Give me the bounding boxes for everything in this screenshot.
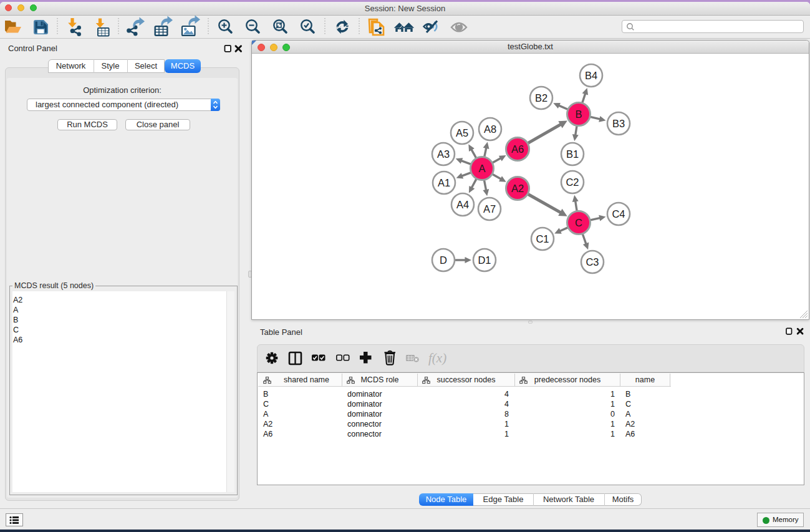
svg-text:D1: D1 — [478, 254, 491, 266]
svg-text:A8: A8 — [484, 123, 496, 135]
svg-text:A1: A1 — [438, 177, 450, 188]
svg-text:B: B — [575, 109, 582, 120]
svg-text:A: A — [478, 163, 485, 174]
svg-text:A5: A5 — [456, 127, 468, 138]
svg-text:f(x): f(x) — [428, 351, 446, 365]
svg-text:C1: C1 — [536, 233, 549, 244]
svg-text:C: C — [575, 217, 582, 228]
svg-text:A4: A4 — [456, 199, 469, 210]
svg-text:B1: B1 — [566, 148, 579, 160]
svg-text:A6: A6 — [511, 143, 524, 155]
svg-text:A3: A3 — [437, 148, 450, 160]
svg-text:B3: B3 — [612, 118, 625, 129]
svg-text:A7: A7 — [483, 203, 496, 215]
svg-text:C3: C3 — [586, 256, 599, 268]
svg-text:A2: A2 — [511, 183, 524, 194]
svg-text:C2: C2 — [566, 177, 579, 188]
svg-text:B4: B4 — [585, 70, 597, 81]
svg-text:D: D — [440, 254, 447, 266]
svg-text:B2: B2 — [535, 92, 547, 104]
svg-text:C4: C4 — [612, 208, 625, 220]
